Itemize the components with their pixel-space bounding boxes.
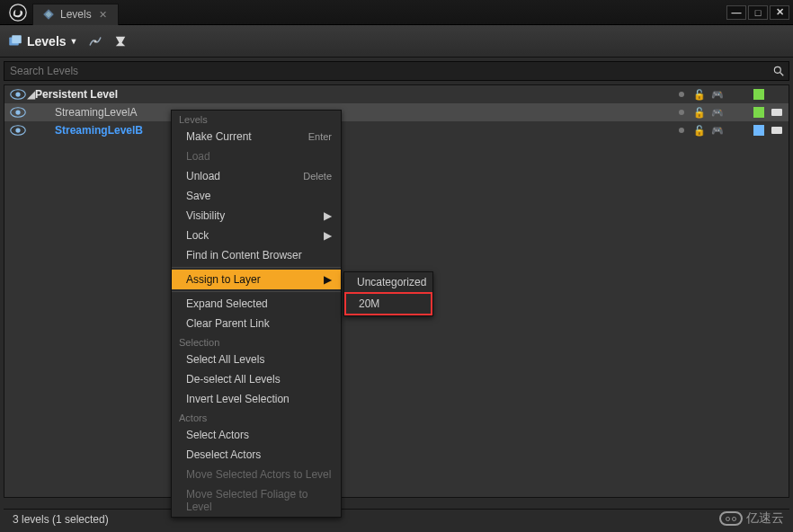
levels-toolbar-icon xyxy=(7,33,23,49)
save-icon[interactable] xyxy=(753,88,765,101)
context-menu: Levels Make Current Enter Load Unload De… xyxy=(171,110,342,518)
level-label: StreamingLevelA xyxy=(55,106,675,119)
submenu-uncategorized[interactable]: Uncategorized xyxy=(344,272,432,292)
row-icons: 🔓 🎮 xyxy=(675,88,789,101)
expand-arrow-icon[interactable]: ◢ xyxy=(26,88,35,101)
eye-icon[interactable] xyxy=(10,89,26,100)
kismet-dot-icon[interactable] xyxy=(675,106,688,119)
title-bar: Levels ✕ — □ ✕ xyxy=(0,0,793,25)
color-chip-icon[interactable] xyxy=(771,124,783,137)
menu-assign-to-layer[interactable]: Assign to Layer ▶ xyxy=(172,270,341,289)
status-bar: 3 levels (1 selected) xyxy=(4,509,789,528)
row-icons: 🔓 🎮 xyxy=(675,124,789,137)
submenu-arrow-icon: ▶ xyxy=(324,209,332,222)
menu-save[interactable]: Save xyxy=(172,186,341,206)
menu-invert[interactable]: Invert Level Selection xyxy=(172,389,341,409)
status-text: 3 levels (1 selected) xyxy=(13,513,109,526)
minimize-button[interactable]: — xyxy=(726,5,746,20)
lock-icon[interactable]: 🔓 xyxy=(693,124,706,137)
maximize-button[interactable]: □ xyxy=(748,5,768,20)
menu-move-foliage: Move Selected Foliage to Level xyxy=(172,484,341,517)
search-input[interactable] xyxy=(4,65,772,77)
menu-make-current[interactable]: Make Current Enter xyxy=(172,127,341,146)
unreal-logo-icon xyxy=(9,4,27,22)
menu-move-actors: Move Selected Actors to Level xyxy=(172,465,341,484)
tab-title: Levels xyxy=(60,8,92,21)
close-tab-icon[interactable]: ✕ xyxy=(97,9,109,21)
chevron-down-icon: ▼ xyxy=(70,37,78,46)
level-label: StreamingLevelB xyxy=(55,124,675,137)
menu-section-levels: Levels xyxy=(172,111,341,127)
close-button[interactable]: ✕ xyxy=(770,5,789,20)
submenu-20m[interactable]: 20M xyxy=(344,292,432,315)
level-row-a[interactable]: StreamingLevelA 🔓 🎮 xyxy=(4,103,789,121)
levels-dropdown[interactable]: Levels ▼ xyxy=(7,33,78,49)
menu-visibility[interactable]: Visibility ▶ xyxy=(172,206,341,226)
svg-point-11 xyxy=(15,128,20,132)
level-row-b[interactable]: StreamingLevelB 🔓 🎮 xyxy=(4,121,789,139)
row-icons: 🔓 🎮 xyxy=(675,106,789,119)
menu-section-actors: Actors xyxy=(172,409,341,425)
menu-unload[interactable]: Unload Delete xyxy=(172,166,341,186)
levels-tab-icon xyxy=(42,8,55,21)
window-tab[interactable]: Levels ✕ xyxy=(32,4,119,25)
svg-point-9 xyxy=(15,110,20,114)
menu-separator xyxy=(172,291,341,292)
search-bar xyxy=(4,61,789,81)
menu-separator xyxy=(172,267,341,268)
svg-line-5 xyxy=(780,73,784,76)
level-row-persist[interactable]: ◢ Persistent Level 🔓 🎮 xyxy=(4,85,789,103)
svg-point-0 xyxy=(10,4,26,20)
eye-icon[interactable] xyxy=(10,107,26,118)
menu-select-actors[interactable]: Select Actors xyxy=(172,425,341,445)
kismet-dot-icon[interactable] xyxy=(675,124,688,137)
toolbar: Levels ▼ xyxy=(0,25,793,58)
svg-point-7 xyxy=(15,92,20,96)
save-icon[interactable] xyxy=(753,124,765,137)
menu-clear-parent[interactable]: Clear Parent Link xyxy=(172,314,341,333)
menu-find-in-cb[interactable]: Find in Content Browser xyxy=(172,245,341,265)
save-icon[interactable] xyxy=(753,106,765,119)
menu-expand-selected[interactable]: Expand Selected xyxy=(172,294,341,314)
menu-lock[interactable]: Lock ▶ xyxy=(172,226,341,245)
watermark-text: 亿速云 xyxy=(746,510,784,527)
submenu-arrow-icon: ▶ xyxy=(324,229,332,242)
menu-select-all[interactable]: Select All Levels xyxy=(172,350,341,369)
svg-rect-2 xyxy=(12,35,22,43)
levels-label: Levels xyxy=(27,34,67,49)
search-icon[interactable] xyxy=(772,64,789,78)
submenu-arrow-icon: ▶ xyxy=(324,273,332,286)
kismet-dot-icon[interactable] xyxy=(675,88,688,101)
svg-point-3 xyxy=(94,40,96,42)
menu-deselect-all[interactable]: De-select All Levels xyxy=(172,369,341,389)
assign-layer-submenu: Uncategorized 20M xyxy=(343,271,433,316)
menu-deselect-actors[interactable]: Deselect Actors xyxy=(172,445,341,465)
lock-icon[interactable]: 🔓 xyxy=(693,88,706,101)
gamepad-icon[interactable]: 🎮 xyxy=(711,88,724,101)
eye-icon[interactable] xyxy=(10,125,26,136)
summon-icon[interactable] xyxy=(87,33,103,49)
details-icon[interactable] xyxy=(112,33,129,49)
color-chip-icon[interactable] xyxy=(771,106,783,119)
menu-load: Load xyxy=(172,146,341,166)
gamepad-icon[interactable]: 🎮 xyxy=(711,124,724,137)
menu-section-selection: Selection xyxy=(172,333,341,350)
window-controls: — □ ✕ xyxy=(725,5,789,20)
lock-icon[interactable]: 🔓 xyxy=(693,106,706,119)
watermark-icon xyxy=(719,511,743,526)
gamepad-icon[interactable]: 🎮 xyxy=(711,106,724,119)
watermark: 亿速云 xyxy=(719,510,784,527)
svg-point-4 xyxy=(774,66,780,73)
level-label: Persistent Level xyxy=(35,88,675,101)
